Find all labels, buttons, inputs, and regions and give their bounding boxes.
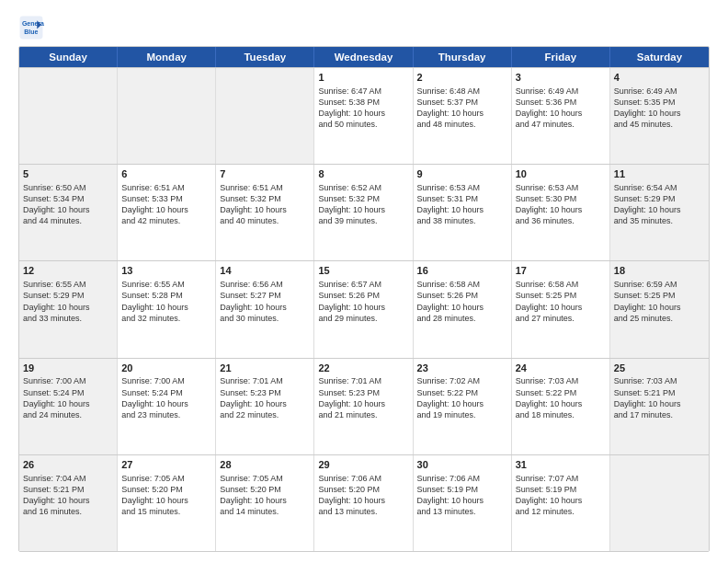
day-number: 24 (516, 362, 606, 375)
calendar-row-4: 26Sunrise: 7:04 AM Sunset: 5:21 PM Dayli… (19, 454, 709, 551)
calendar-cell-empty (216, 68, 314, 164)
cell-info: Sunrise: 6:58 AM Sunset: 5:26 PM Dayligh… (417, 279, 507, 324)
cell-info: Sunrise: 6:54 AM Sunset: 5:29 PM Dayligh… (614, 182, 705, 227)
cell-info: Sunrise: 7:06 AM Sunset: 5:19 PM Dayligh… (417, 473, 507, 518)
day-number: 1 (318, 71, 408, 85)
cell-info: Sunrise: 6:50 AM Sunset: 5:34 PM Dayligh… (23, 182, 113, 227)
svg-rect-0 (20, 17, 43, 40)
cell-info: Sunrise: 7:01 AM Sunset: 5:23 PM Dayligh… (220, 375, 310, 420)
calendar-cell-day-14: 14Sunrise: 6:56 AM Sunset: 5:27 PM Dayli… (216, 261, 314, 357)
cell-info: Sunrise: 6:59 AM Sunset: 5:25 PM Dayligh… (614, 279, 705, 324)
calendar-cell-day-7: 7Sunrise: 6:51 AM Sunset: 5:32 PM Daylig… (216, 165, 314, 260)
calendar-cell-day-11: 11Sunrise: 6:54 AM Sunset: 5:29 PM Dayli… (610, 165, 709, 260)
calendar-cell-day-20: 20Sunrise: 7:00 AM Sunset: 5:24 PM Dayli… (118, 359, 216, 454)
calendar-cell-day-23: 23Sunrise: 7:02 AM Sunset: 5:22 PM Dayli… (414, 359, 512, 454)
header-day-friday: Friday (512, 47, 610, 67)
calendar-cell-day-6: 6Sunrise: 6:51 AM Sunset: 5:33 PM Daylig… (118, 165, 216, 260)
day-number: 6 (121, 167, 211, 181)
cell-info: Sunrise: 6:48 AM Sunset: 5:37 PM Dayligh… (417, 86, 507, 131)
cell-info: Sunrise: 7:02 AM Sunset: 5:22 PM Dayligh… (417, 375, 507, 420)
calendar-cell-day-2: 2Sunrise: 6:48 AM Sunset: 5:37 PM Daylig… (414, 68, 512, 164)
cell-info: Sunrise: 7:03 AM Sunset: 5:22 PM Dayligh… (516, 375, 606, 420)
day-number: 12 (23, 264, 113, 278)
cell-info: Sunrise: 6:49 AM Sunset: 5:36 PM Dayligh… (516, 86, 606, 131)
cell-info: Sunrise: 7:03 AM Sunset: 5:21 PM Dayligh… (614, 375, 705, 420)
day-number: 8 (318, 167, 408, 181)
calendar-cell-day-1: 1Sunrise: 6:47 AM Sunset: 5:38 PM Daylig… (314, 68, 413, 164)
cell-info: Sunrise: 6:53 AM Sunset: 5:31 PM Dayligh… (417, 182, 507, 227)
calendar-cell-day-3: 3Sunrise: 6:49 AM Sunset: 5:36 PM Daylig… (512, 68, 610, 164)
calendar-row-0: 1Sunrise: 6:47 AM Sunset: 5:38 PM Daylig… (19, 67, 709, 164)
header: General Blue (18, 15, 710, 40)
day-number: 9 (417, 167, 507, 181)
calendar-row-3: 19Sunrise: 7:00 AM Sunset: 5:24 PM Dayli… (19, 358, 709, 454)
calendar-cell-day-25: 25Sunrise: 7:03 AM Sunset: 5:21 PM Dayli… (610, 359, 709, 454)
cell-info: Sunrise: 6:56 AM Sunset: 5:27 PM Dayligh… (220, 279, 310, 324)
calendar-cell-day-13: 13Sunrise: 6:55 AM Sunset: 5:28 PM Dayli… (118, 261, 216, 357)
cell-info: Sunrise: 6:55 AM Sunset: 5:28 PM Dayligh… (121, 279, 211, 324)
day-number: 28 (220, 458, 310, 472)
logo-icon: General Blue (18, 15, 44, 40)
calendar-cell-day-18: 18Sunrise: 6:59 AM Sunset: 5:25 PM Dayli… (610, 261, 709, 357)
calendar-cell-day-15: 15Sunrise: 6:57 AM Sunset: 5:26 PM Dayli… (314, 261, 413, 357)
logo: General Blue (18, 15, 48, 40)
day-number: 23 (417, 362, 507, 375)
day-number: 7 (220, 167, 310, 181)
calendar-cell-day-5: 5Sunrise: 6:50 AM Sunset: 5:34 PM Daylig… (19, 165, 118, 260)
calendar-cell-day-29: 29Sunrise: 7:06 AM Sunset: 5:20 PM Dayli… (314, 455, 413, 551)
day-number: 15 (318, 264, 408, 278)
calendar-cell-day-22: 22Sunrise: 7:01 AM Sunset: 5:23 PM Dayli… (314, 359, 413, 454)
calendar-header: SundayMondayTuesdayWednesdayThursdayFrid… (19, 47, 709, 67)
calendar-cell-day-26: 26Sunrise: 7:04 AM Sunset: 5:21 PM Dayli… (19, 455, 118, 551)
day-number: 11 (614, 167, 705, 181)
calendar-cell-day-27: 27Sunrise: 7:05 AM Sunset: 5:20 PM Dayli… (118, 455, 216, 551)
header-day-wednesday: Wednesday (314, 47, 413, 67)
header-day-monday: Monday (118, 47, 216, 67)
day-number: 27 (121, 458, 211, 472)
day-number: 18 (614, 264, 705, 278)
calendar-cell-day-16: 16Sunrise: 6:58 AM Sunset: 5:26 PM Dayli… (414, 261, 512, 357)
calendar-row-2: 12Sunrise: 6:55 AM Sunset: 5:29 PM Dayli… (19, 260, 709, 357)
cell-info: Sunrise: 6:55 AM Sunset: 5:29 PM Dayligh… (23, 279, 113, 324)
cell-info: Sunrise: 6:57 AM Sunset: 5:26 PM Dayligh… (318, 279, 408, 324)
day-number: 29 (318, 458, 408, 472)
calendar-cell-day-10: 10Sunrise: 6:53 AM Sunset: 5:30 PM Dayli… (512, 165, 610, 260)
cell-info: Sunrise: 7:01 AM Sunset: 5:23 PM Dayligh… (318, 375, 408, 420)
cell-info: Sunrise: 7:00 AM Sunset: 5:24 PM Dayligh… (121, 375, 211, 420)
day-number: 22 (318, 362, 408, 375)
calendar-cell-empty (610, 455, 709, 551)
cell-info: Sunrise: 6:52 AM Sunset: 5:32 PM Dayligh… (318, 182, 408, 227)
calendar-cell-day-24: 24Sunrise: 7:03 AM Sunset: 5:22 PM Dayli… (512, 359, 610, 454)
day-number: 2 (417, 71, 507, 85)
svg-text:Blue: Blue (24, 29, 38, 35)
cell-info: Sunrise: 7:07 AM Sunset: 5:19 PM Dayligh… (516, 473, 606, 518)
day-number: 25 (614, 362, 705, 375)
calendar-cell-day-8: 8Sunrise: 6:52 AM Sunset: 5:32 PM Daylig… (314, 165, 413, 260)
day-number: 14 (220, 264, 310, 278)
cell-info: Sunrise: 6:53 AM Sunset: 5:30 PM Dayligh… (516, 182, 606, 227)
day-number: 31 (516, 458, 606, 472)
header-day-tuesday: Tuesday (216, 47, 314, 67)
cell-info: Sunrise: 7:00 AM Sunset: 5:24 PM Dayligh… (23, 375, 113, 420)
day-number: 16 (417, 264, 507, 278)
cell-info: Sunrise: 7:04 AM Sunset: 5:21 PM Dayligh… (23, 473, 113, 518)
page: General Blue SundayMondayTuesdayWednesda… (0, 0, 728, 563)
day-number: 20 (121, 362, 211, 375)
calendar-cell-day-4: 4Sunrise: 6:49 AM Sunset: 5:35 PM Daylig… (610, 68, 709, 164)
day-number: 4 (614, 71, 705, 85)
calendar-cell-day-17: 17Sunrise: 6:58 AM Sunset: 5:25 PM Dayli… (512, 261, 610, 357)
cell-info: Sunrise: 7:05 AM Sunset: 5:20 PM Dayligh… (220, 473, 310, 518)
header-day-sunday: Sunday (19, 47, 118, 67)
cell-info: Sunrise: 6:47 AM Sunset: 5:38 PM Dayligh… (318, 86, 408, 131)
header-day-saturday: Saturday (610, 47, 709, 67)
day-number: 21 (220, 362, 310, 375)
day-number: 13 (121, 264, 211, 278)
calendar-cell-day-30: 30Sunrise: 7:06 AM Sunset: 5:19 PM Dayli… (414, 455, 512, 551)
cell-info: Sunrise: 6:51 AM Sunset: 5:32 PM Dayligh… (220, 182, 310, 227)
day-number: 17 (516, 264, 606, 278)
calendar-cell-day-9: 9Sunrise: 6:53 AM Sunset: 5:31 PM Daylig… (414, 165, 512, 260)
calendar: SundayMondayTuesdayWednesdayThursdayFrid… (18, 46, 710, 552)
calendar-body: 1Sunrise: 6:47 AM Sunset: 5:38 PM Daylig… (19, 67, 709, 551)
calendar-row-1: 5Sunrise: 6:50 AM Sunset: 5:34 PM Daylig… (19, 164, 709, 260)
calendar-cell-day-21: 21Sunrise: 7:01 AM Sunset: 5:23 PM Dayli… (216, 359, 314, 454)
